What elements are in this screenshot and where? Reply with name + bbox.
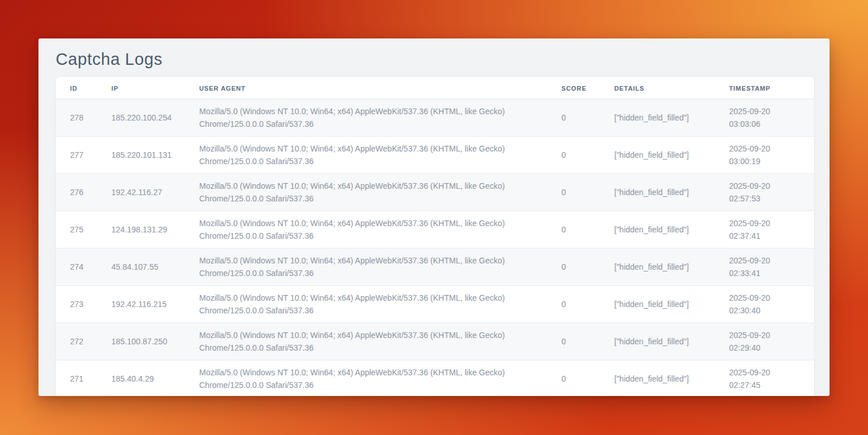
cell-timestamp: 2025-09-20 02:30:40	[715, 286, 814, 323]
cell-id: 271	[56, 360, 97, 397]
cell-details: ["hidden_field_filled"]	[600, 137, 715, 174]
cell-score: 0	[547, 99, 600, 137]
cell-user-agent: Mozilla/5.0 (Windows NT 10.0; Win64; x64…	[185, 323, 547, 360]
cell-timestamp: 2025-09-20 02:27:45	[715, 360, 814, 397]
cell-ip: 185.40.4.29	[97, 360, 185, 397]
cell-user-agent: Mozilla/5.0 (Windows NT 10.0; Win64; x64…	[185, 174, 547, 211]
cell-id: 274	[56, 248, 97, 286]
log-row: 277 185.220.101.131 Mozilla/5.0 (Windows…	[56, 137, 814, 174]
cell-user-agent: Mozilla/5.0 (Windows NT 10.0; Win64; x64…	[185, 211, 547, 248]
captcha-logs-table: ID IP USER AGENT SCORE DETAILS TIMESTAMP…	[56, 77, 814, 396]
cell-ip: 185.220.100.254	[97, 99, 185, 137]
table-header: ID IP USER AGENT SCORE DETAILS TIMESTAMP	[56, 77, 814, 99]
log-row: 271 185.40.4.29 Mozilla/5.0 (Windows NT …	[56, 360, 814, 397]
logs-table-container: ID IP USER AGENT SCORE DETAILS TIMESTAMP…	[56, 77, 814, 396]
cell-id: 278	[56, 99, 97, 137]
cell-ip: 192.42.116.27	[97, 174, 185, 211]
cell-id: 276	[56, 174, 97, 211]
cell-score: 0	[547, 211, 600, 248]
column-header-details: DETAILS	[600, 77, 715, 99]
log-row: 272 185.100.87.250 Mozilla/5.0 (Windows …	[56, 323, 814, 360]
captcha-logs-card: Captcha Logs ID IP USER AGENT SCORE DETA…	[38, 38, 830, 396]
cell-details: ["hidden_field_filled"]	[600, 174, 715, 211]
cell-details: ["hidden_field_filled"]	[600, 99, 715, 137]
cell-id: 273	[56, 286, 97, 323]
cell-score: 0	[547, 174, 600, 211]
cell-ip: 185.220.101.131	[97, 137, 185, 174]
column-header-id: ID	[56, 77, 97, 99]
column-header-score: SCORE	[547, 77, 600, 99]
cell-user-agent: Mozilla/5.0 (Windows NT 10.0; Win64; x64…	[185, 286, 547, 323]
log-row: 273 192.42.116.215 Mozilla/5.0 (Windows …	[56, 286, 814, 323]
column-header-user-agent: USER AGENT	[185, 77, 547, 99]
header-row: ID IP USER AGENT SCORE DETAILS TIMESTAMP	[56, 77, 814, 99]
cell-score: 0	[547, 137, 600, 174]
cell-score: 0	[547, 248, 600, 286]
cell-timestamp: 2025-09-20 02:37:41	[715, 211, 814, 248]
cell-timestamp: 2025-09-20 02:29:40	[715, 323, 814, 360]
cell-id: 272	[56, 323, 97, 360]
cell-user-agent: Mozilla/5.0 (Windows NT 10.0; Win64; x64…	[185, 99, 547, 137]
cell-id: 275	[56, 211, 97, 248]
cell-details: ["hidden_field_filled"]	[600, 286, 715, 323]
page-title: Captcha Logs	[56, 49, 814, 69]
cell-user-agent: Mozilla/5.0 (Windows NT 10.0; Win64; x64…	[185, 360, 547, 397]
cell-timestamp: 2025-09-20 02:33:41	[715, 248, 814, 286]
cell-timestamp: 2025-09-20 03:03:06	[715, 99, 814, 137]
cell-details: ["hidden_field_filled"]	[600, 211, 715, 248]
cell-details: ["hidden_field_filled"]	[600, 360, 715, 397]
cell-timestamp: 2025-09-20 03:00:19	[715, 137, 814, 174]
log-row: 275 124.198.131.29 Mozilla/5.0 (Windows …	[56, 211, 814, 248]
cell-ip: 185.100.87.250	[97, 323, 185, 360]
cell-user-agent: Mozilla/5.0 (Windows NT 10.0; Win64; x64…	[185, 137, 547, 174]
cell-score: 0	[547, 286, 600, 323]
log-row: 274 45.84.107.55 Mozilla/5.0 (Windows NT…	[56, 248, 814, 286]
log-row: 278 185.220.100.254 Mozilla/5.0 (Windows…	[56, 99, 814, 137]
column-header-timestamp: TIMESTAMP	[715, 77, 814, 99]
cell-score: 0	[547, 323, 600, 360]
cell-details: ["hidden_field_filled"]	[600, 248, 715, 286]
cell-details: ["hidden_field_filled"]	[600, 323, 715, 360]
column-header-ip: IP	[97, 77, 185, 99]
cell-timestamp: 2025-09-20 02:57:53	[715, 174, 814, 211]
cell-score: 0	[547, 360, 600, 397]
log-table-body: 278 185.220.100.254 Mozilla/5.0 (Windows…	[56, 99, 814, 397]
log-row: 276 192.42.116.27 Mozilla/5.0 (Windows N…	[56, 174, 814, 211]
cell-ip: 124.198.131.29	[97, 211, 185, 248]
cell-user-agent: Mozilla/5.0 (Windows NT 10.0; Win64; x64…	[185, 248, 547, 286]
cell-ip: 45.84.107.55	[97, 248, 185, 286]
cell-ip: 192.42.116.215	[97, 286, 185, 323]
cell-id: 277	[56, 137, 97, 174]
